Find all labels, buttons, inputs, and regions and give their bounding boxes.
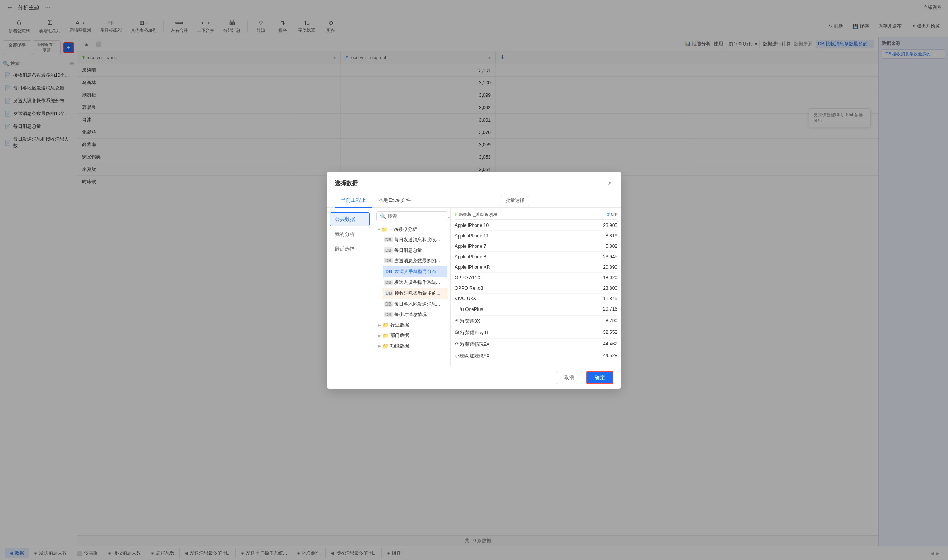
modal-confirm-btn[interactable]: 确定 [586, 371, 613, 384]
modal-cell-name-9: 华为 荣耀9X [455, 318, 536, 325]
modal-cell-cnt-6: 23,800 [536, 285, 617, 291]
chevron-down-icon: ▾ [378, 227, 380, 232]
modal-cell-name-12: 小辣椒 红辣椒8X [455, 353, 536, 359]
tree-item-send-os[interactable]: DB 发送人设备操作系统... [383, 277, 447, 288]
tree-label-send-os: 发送人设备操作系统... [394, 279, 440, 286]
tree-item-daily-total[interactable]: DB 每日消息总量 [383, 245, 447, 256]
folder-icon-industry: 📁 [383, 322, 389, 328]
modal-cell-cnt-3: 23,945 [536, 254, 617, 259]
sender-type-icon: T [455, 212, 457, 216]
modal-data-table: T sender_phonetype # cnt Apple iPhone 10… [451, 208, 621, 366]
modal-cell-name-6: OPPO Reno3 [455, 285, 536, 291]
modal-nav-public[interactable]: 公共数据 [330, 212, 370, 226]
modal-data-row-10[interactable]: 华为 荣耀Play4T 32,552 [455, 327, 617, 339]
tree-item-phone-type[interactable]: DB 发送人手机型号分布 [383, 266, 447, 277]
tree-item-dept[interactable]: ▶ 📁 部门数据 [376, 330, 447, 341]
tree-label-func: 功能数据 [390, 343, 409, 349]
modal-data-row-5[interactable]: OPPO A11X 18,020 [455, 273, 617, 283]
modal-data-row-12[interactable]: 小辣椒 红辣椒8X 44,528 [455, 350, 617, 362]
modal-col-cnt: # cnt [536, 211, 617, 217]
db-icon-receive-top10: DB [385, 290, 393, 296]
db-icon-send-top10: DB [384, 258, 393, 263]
modal-col-sender: T sender_phonetype [455, 211, 536, 217]
tree-item-industry[interactable]: ▶ 📁 行业数据 [376, 320, 447, 330]
modal-data-row-1[interactable]: Apple iPhone 11 8,819 [455, 231, 617, 241]
modal-batch-select-btn[interactable]: 批量选择 [501, 195, 529, 206]
modal-tab-excel[interactable]: 本地Excel文件 [372, 194, 417, 208]
modal-title: 选择数据 [335, 180, 358, 187]
tree-item-receive-top10[interactable]: DB 接收消息条数最多的... [383, 288, 447, 299]
modal-data-row-11[interactable]: 华为 荣耀畅玩9A 44,462 [455, 339, 617, 350]
modal-search-icon: 🔍 [380, 213, 386, 219]
modal-cell-name-2: Apple iPhone 7 [455, 244, 536, 249]
db-icon-daily-send: DB [384, 237, 393, 242]
db-icon-daily-region: DB [384, 301, 393, 307]
modal-cell-name-10: 华为 荣耀Play4T [455, 330, 536, 336]
modal-cell-cnt-5: 18,020 [536, 275, 617, 280]
modal-cell-name-1: Apple iPhone 11 [455, 233, 536, 239]
db-icon-phone-type: DB [385, 269, 393, 274]
folder-icon-dept: 📁 [383, 333, 389, 338]
modal-data-row-8[interactable]: 一加 OnePlus 29,716 [455, 304, 617, 316]
modal-data-header: T sender_phonetype # cnt [455, 211, 617, 220]
tree-item-hourly[interactable]: DB 每小时消息情况 [383, 309, 447, 320]
modal-nav-my[interactable]: 我的分析 [330, 228, 370, 241]
col-cnt-label: cnt [611, 211, 617, 217]
modal-data-row-2[interactable]: Apple iPhone 7 5,802 [455, 241, 617, 252]
tree-label-industry: 行业数据 [390, 322, 409, 328]
modal-nav: 公共数据 我的分析 最近选择 [327, 208, 373, 366]
modal-data-row-9[interactable]: 华为 荣耀9X 8,790 [455, 316, 617, 327]
modal-header: 选择数据 × [327, 172, 621, 189]
modal-data-row-6[interactable]: OPPO Reno3 23,800 [455, 283, 617, 294]
modal-cell-name-4: Apple iPhone XR [455, 265, 536, 270]
folder-icon-func: 📁 [383, 343, 389, 349]
modal-cancel-btn[interactable]: 取消 [556, 371, 582, 384]
modal-nav-recent[interactable]: 最近选择 [330, 242, 370, 256]
modal-body: 公共数据 我的分析 最近选择 🔍 ⊟ ▾ 📁 Hive数据分析 [327, 208, 621, 366]
chevron-right-icon-func: ▶ [378, 344, 381, 348]
modal-cell-cnt-9: 8,790 [536, 318, 617, 325]
modal-close-btn[interactable]: × [606, 178, 613, 189]
tree-label-receive-top10: 接收消息条数最多的... [395, 290, 440, 297]
modal-cell-cnt-7: 11,845 [536, 296, 617, 301]
modal-cell-name-0: Apple iPhone 10 [455, 223, 536, 228]
cnt-type-icon: # [607, 212, 610, 216]
modal-data-row-0[interactable]: Apple iPhone 10 23,905 [455, 220, 617, 231]
tree-label-daily-send: 每日发送消息和接收... [394, 237, 440, 243]
tree-item-send-top10[interactable]: DB 发送消息条数最多的... [383, 256, 447, 266]
modal-data-row-7[interactable]: VIVO U3X 11,845 [455, 294, 617, 304]
modal-search-box: 🔍 ⊟ [376, 211, 447, 221]
chevron-right-icon-dept: ▶ [378, 333, 381, 338]
tree-item-daily-region[interactable]: DB 每日各地区发送消息... [383, 299, 447, 309]
modal-tree: 🔍 ⊟ ▾ 📁 Hive数据分析 DB 每日发送消息和接收... [373, 208, 451, 366]
modal-cell-cnt-2: 5,802 [536, 244, 617, 249]
chevron-right-icon-industry: ▶ [378, 323, 381, 327]
modal-cell-cnt-0: 23,905 [536, 223, 617, 228]
modal-cell-cnt-4: 20,890 [536, 265, 617, 270]
modal-cell-cnt-8: 29,716 [536, 306, 617, 313]
modal-overlay: 选择数据 × 当前工程上 本地Excel文件 批量选择 公共数据 我的分析 最近… [0, 0, 948, 560]
modal-cell-name-5: OPPO A11X [455, 275, 536, 280]
tree-item-func[interactable]: ▶ 📁 功能数据 [376, 341, 447, 351]
tree-label-daily-total: 每日消息总量 [394, 247, 422, 254]
tree-label-daily-region: 每日各地区发送消息... [394, 301, 440, 307]
modal-cell-cnt-12: 44,528 [536, 353, 617, 359]
modal-tab-current[interactable]: 当前工程上 [335, 194, 372, 208]
modal-cell-name-8: 一加 OnePlus [455, 306, 536, 313]
modal-search-input[interactable] [388, 213, 446, 219]
modal: 选择数据 × 当前工程上 本地Excel文件 批量选择 公共数据 我的分析 最近… [327, 172, 621, 389]
modal-cell-name-3: Apple iPhone 8 [455, 254, 536, 259]
col-sender-label: sender_phonetype [459, 211, 497, 217]
modal-data-row-4[interactable]: Apple iPhone XR 20,890 [455, 262, 617, 273]
modal-cell-name-11: 华为 荣耀畅玩9A [455, 341, 536, 348]
tree-item-hive[interactable]: ▾ 📁 Hive数据分析 [376, 224, 447, 235]
tree-item-daily-send[interactable]: DB 每日发送消息和接收... [383, 235, 447, 245]
modal-cell-cnt-1: 8,819 [536, 233, 617, 239]
modal-cell-cnt-11: 44,462 [536, 341, 617, 348]
tree-sub-hive: DB 每日发送消息和接收... DB 每日消息总量 DB 发送消息条数最多的..… [376, 235, 447, 320]
tree-label-dept: 部门数据 [390, 332, 409, 339]
modal-data-row-3[interactable]: Apple iPhone 8 23,945 [455, 252, 617, 262]
modal-cell-cnt-10: 32,552 [536, 330, 617, 336]
tree-label-phone-type: 发送人手机型号分布 [395, 268, 436, 275]
modal-search-filter-icon[interactable]: ⊟ [447, 213, 451, 219]
